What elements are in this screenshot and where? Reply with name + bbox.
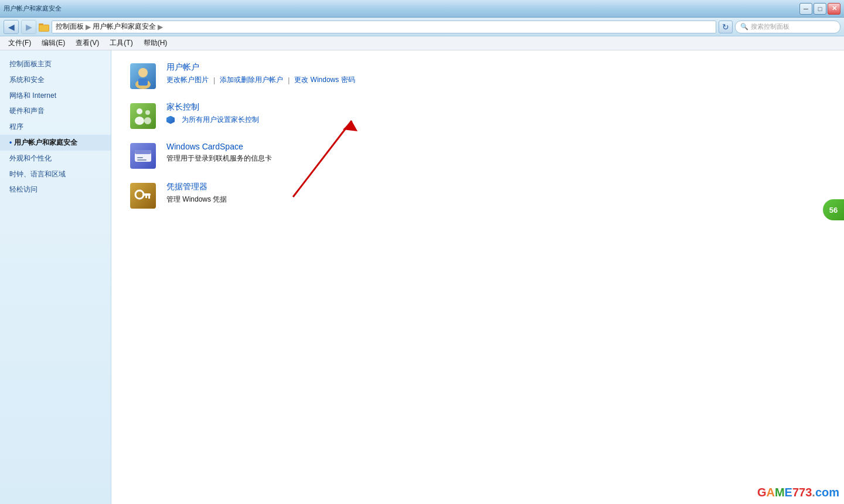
svg-rect-2 (39, 25, 49, 31)
sidebar-item-system-security[interactable]: 系统和安全 (0, 72, 111, 88)
svg-rect-20 (148, 196, 150, 199)
sidebar-item-appearance[interactable]: 外观和个性化 (0, 151, 111, 166)
search-placeholder: 搜索控制面板 (751, 22, 789, 31)
svg-point-4 (138, 68, 148, 77)
content-area: 用户帐户 更改帐户图片 | 添加或删除用户帐户 | 更改 Windows 密码 (111, 50, 844, 504)
sidebar: 控制面板主页 系统和安全 网络和 Internet 硬件和声音 程序 用户帐户和… (0, 50, 111, 504)
link-change-password[interactable]: 更改 Windows 密码 (294, 75, 355, 85)
svg-rect-21 (145, 196, 147, 198)
sep2: | (288, 76, 290, 84)
menu-bar: 文件(F) 编辑(E) 查看(V) 工具(T) 帮助(H) (0, 36, 844, 50)
watermark-e: E (785, 486, 792, 499)
sidebar-item-user-accounts[interactable]: 用户帐户和家庭安全 (0, 135, 111, 151)
search-icon: 🔍 (740, 23, 748, 30)
credential-manager-title[interactable]: 凭据管理器 (166, 182, 826, 192)
watermark-a: A (766, 486, 774, 499)
main-layout: 控制面板主页 系统和安全 网络和 Internet 硬件和声音 程序 用户帐户和… (0, 50, 844, 504)
refresh-button[interactable]: ↻ (719, 21, 733, 33)
link-parental-setup[interactable]: 为所有用户设置家长控制 (182, 115, 259, 125)
folder-icon (39, 22, 49, 32)
svg-rect-14 (135, 150, 151, 154)
side-badge: 56 (823, 199, 844, 220)
parental-controls-info: 家长控制 为所有用户设置家长控制 (166, 102, 826, 125)
sep1: | (213, 76, 215, 84)
sidebar-item-ease-access[interactable]: 轻松访问 (0, 182, 111, 197)
credential-manager-desc: 管理 Windows 凭据 (166, 195, 826, 205)
sidebar-item-hardware[interactable]: 硬件和声音 (0, 103, 111, 119)
link-change-picture[interactable]: 更改帐户图片 (166, 75, 209, 85)
section-parental-controls: 家长控制 为所有用户设置家长控制 (129, 102, 826, 130)
menu-edit[interactable]: 编辑(E) (37, 37, 70, 49)
path-separator-2: ▶ (158, 23, 163, 31)
section-cardspace: Windows CardSpace 管理用于登录到联机服务的信息卡 (129, 142, 826, 170)
user-accounts-icon (129, 62, 157, 90)
close-button[interactable]: ✕ (828, 3, 840, 15)
svg-point-9 (135, 117, 144, 125)
link-add-remove-users[interactable]: 添加或删除用户帐户 (220, 75, 283, 85)
title-bar-left: 用户帐户和家庭安全 (4, 4, 62, 13)
user-accounts-title[interactable]: 用户帐户 (166, 62, 826, 73)
watermark-com: com (815, 486, 839, 499)
svg-rect-7 (130, 103, 156, 129)
watermark-m: M (775, 486, 785, 499)
svg-point-8 (137, 108, 142, 114)
side-badge-value: 56 (829, 206, 838, 214)
credential-manager-icon (129, 182, 157, 210)
user-accounts-links: 更改帐户图片 | 添加或删除用户帐户 | 更改 Windows 密码 (166, 75, 826, 85)
address-bar: ◀ ▶ 控制面板 ▶ 用户帐户和家庭安全 ▶ ↻ 🔍 搜索控制面板 (0, 18, 844, 36)
cardspace-icon (129, 142, 157, 170)
title-bar-controls: ─ □ ✕ (799, 3, 840, 15)
parental-controls-links: 为所有用户设置家长控制 (166, 115, 826, 125)
minimize-button[interactable]: ─ (799, 3, 812, 15)
watermark-g: G (757, 486, 767, 499)
svg-rect-15 (137, 157, 143, 158)
search-box[interactable]: 🔍 搜索控制面板 (735, 21, 840, 33)
sidebar-item-programs[interactable]: 程序 (0, 119, 111, 135)
svg-rect-16 (137, 159, 147, 161)
menu-help[interactable]: 帮助(H) (139, 37, 172, 49)
svg-rect-6 (138, 79, 148, 86)
svg-rect-19 (142, 193, 151, 196)
menu-tools[interactable]: 工具(T) (105, 37, 137, 49)
parental-controls-title[interactable]: 家长控制 (166, 102, 826, 113)
window-title: 用户帐户和家庭安全 (4, 4, 62, 13)
cardspace-desc: 管理用于登录到联机服务的信息卡 (166, 154, 826, 164)
path-segment-2: 用户帐户和家庭安全 (93, 22, 156, 32)
forward-button[interactable]: ▶ (21, 20, 36, 34)
section-credential-manager: 凭据管理器 管理 Windows 凭据 (129, 182, 826, 210)
sidebar-item-network[interactable]: 网络和 Internet (0, 88, 111, 104)
sidebar-item-home[interactable]: 控制面板主页 (0, 56, 111, 72)
cardspace-title[interactable]: Windows CardSpace (166, 142, 826, 151)
shield-icon (166, 116, 175, 124)
menu-view[interactable]: 查看(V) (71, 37, 104, 49)
svg-point-10 (145, 110, 150, 115)
maximize-button[interactable]: □ (814, 3, 826, 15)
address-path[interactable]: 控制面板 ▶ 用户帐户和家庭安全 ▶ (52, 21, 716, 33)
svg-point-11 (144, 117, 151, 124)
user-accounts-info: 用户帐户 更改帐户图片 | 添加或删除用户帐户 | 更改 Windows 密码 (166, 62, 826, 85)
back-button[interactable]: ◀ (4, 20, 19, 34)
parental-controls-icon (129, 102, 157, 130)
menu-file[interactable]: 文件(F) (4, 37, 36, 49)
section-user-accounts: 用户帐户 更改帐户图片 | 添加或删除用户帐户 | 更改 Windows 密码 (129, 62, 826, 90)
title-bar: 用户帐户和家庭安全 ─ □ ✕ (0, 0, 844, 18)
cardspace-info: Windows CardSpace 管理用于登录到联机服务的信息卡 (166, 142, 826, 164)
watermark: GAME773.com (757, 486, 839, 499)
credential-manager-info: 凭据管理器 管理 Windows 凭据 (166, 182, 826, 205)
sidebar-item-clock-language[interactable]: 时钟、语言和区域 (0, 166, 111, 182)
path-separator-1: ▶ (86, 23, 91, 31)
path-segment-1: 控制面板 (56, 22, 84, 32)
watermark-nums: 773 (792, 486, 812, 499)
